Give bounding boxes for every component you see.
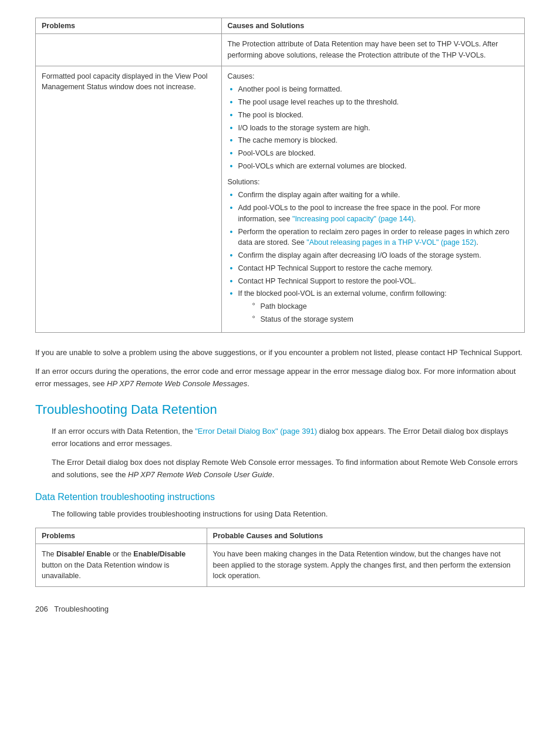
list-item: Status of the storage system xyxy=(250,314,518,325)
list-item: Contact HP Technical Support to restore … xyxy=(228,263,518,274)
top-table-col1-header: Problems xyxy=(36,18,222,34)
list-item: Confirm the display again after waiting … xyxy=(228,190,518,201)
link-increasing-pool-capacity[interactable]: "Increasing pool capacity" (page 144) xyxy=(292,215,414,223)
link-error-detail-dialog[interactable]: "Error Detail Dialog Box" (page 391) xyxy=(195,427,317,436)
page-footer: 206 Troubleshooting xyxy=(35,605,525,613)
sub-section-content: The following table provides troubleshoo… xyxy=(52,508,525,521)
solutions-list: Confirm the display again after waiting … xyxy=(228,190,518,325)
table-cell-problem-pool: Formatted pool capacity displayed in the… xyxy=(36,66,222,332)
section-para-1: If an error occurs with Data Retention, … xyxy=(52,426,525,450)
link-releasing-pages[interactable]: "About releasing pages in a THP V-VOL" (… xyxy=(306,238,476,247)
table-cell-problem-disable-enable: The Disable/ Enable or the Enable/Disabl… xyxy=(36,544,207,586)
solutions-label: Solutions: xyxy=(228,177,518,188)
bottom-table: Problems Probable Causes and Solutions T… xyxy=(35,528,525,587)
list-item: Contact HP Technical Support to restore … xyxy=(228,276,518,287)
list-item: Confirm the display again after decreasi… xyxy=(228,250,518,261)
list-item: Another pool is being formatted. xyxy=(228,84,518,95)
list-item: If the blocked pool-VOL is an external v… xyxy=(228,288,518,325)
body-para-2: If an error occurs during the operations… xyxy=(35,366,525,390)
table-cell-solution-thp: The Protection attribute of Data Retenti… xyxy=(221,34,524,66)
causes-label: Causes: xyxy=(228,71,518,82)
table-row: The Protection attribute of Data Retenti… xyxy=(36,34,525,66)
table-row: The Disable/ Enable or the Enable/Disabl… xyxy=(36,544,525,586)
page-number: 206 xyxy=(35,605,48,613)
footer-section: Troubleshooting xyxy=(54,605,109,613)
table-cell-problem-empty xyxy=(36,34,222,66)
table-cell-causes-solutions: Causes: Another pool is being formatted.… xyxy=(221,66,524,332)
sub-list: Path blockage Status of the storage syst… xyxy=(250,301,518,325)
section-para-2: The Error Detail dialog box does not dis… xyxy=(52,457,525,481)
bottom-table-col2-header: Probable Causes and Solutions xyxy=(207,528,524,544)
body-para-1: If you are unable to solve a problem usi… xyxy=(35,347,525,359)
list-item: The pool is blocked. xyxy=(228,110,518,121)
list-item: Perform the operation to reclaim zero pa… xyxy=(228,227,518,249)
list-item: Path blockage xyxy=(250,301,518,312)
table-cell-solution-changes: You have been making changes in the Data… xyxy=(207,544,524,586)
section-content: If an error occurs with Data Retention, … xyxy=(52,426,525,481)
list-item: Add pool-VOLs to the pool to increase th… xyxy=(228,202,518,225)
list-item: The cache memory is blocked. xyxy=(228,135,518,146)
causes-list: Another pool is being formatted. The poo… xyxy=(228,84,518,171)
bottom-table-col1-header: Problems xyxy=(36,528,207,544)
list-item: The pool usage level reaches up to the t… xyxy=(228,97,518,108)
top-table: Problems Causes and Solutions The Protec… xyxy=(35,18,525,333)
list-item: I/O loads to the storage system are high… xyxy=(228,123,518,134)
top-table-col2-header: Causes and Solutions xyxy=(221,18,524,34)
section-heading: Troubleshooting Data Retention xyxy=(35,402,525,417)
list-item: Pool-VOLs are blocked. xyxy=(228,148,518,159)
sub-heading: Data Retention troubleshooting instructi… xyxy=(35,492,525,502)
sub-para: The following table provides troubleshoo… xyxy=(52,508,525,521)
list-item: Pool-VOLs which are external volumes are… xyxy=(228,161,518,172)
table-row: Formatted pool capacity displayed in the… xyxy=(36,66,525,332)
